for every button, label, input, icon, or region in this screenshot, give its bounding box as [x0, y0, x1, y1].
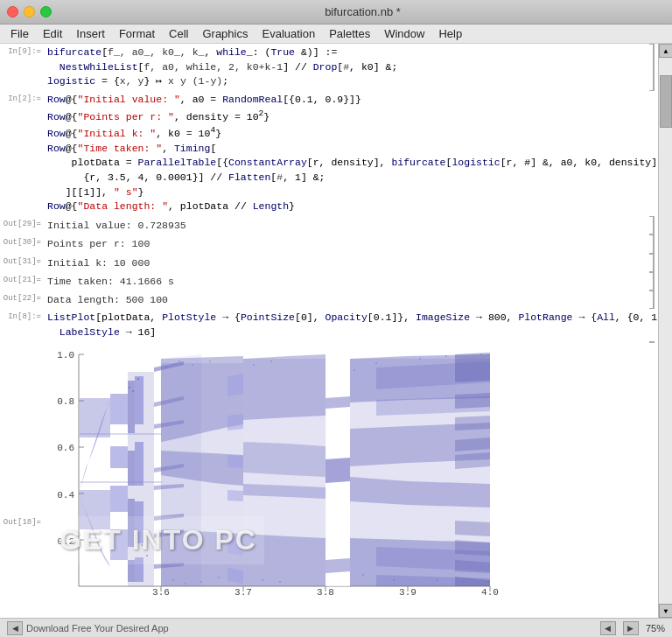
minimize-button[interactable] [24, 6, 35, 18]
title-bar: bifurcation.nb * [0, 0, 672, 24]
svg-rect-23 [80, 398, 110, 438]
svg-point-47 [141, 544, 143, 546]
status-download-text: Download Free Your Desired App [26, 623, 169, 634]
cell-bracket-out31[interactable] [644, 254, 658, 272]
out18-label: Out[18]= [4, 518, 41, 527]
scroll-track[interactable] [659, 58, 672, 604]
cell-out21: Out[21]= Time taken: 41.1666 s [0, 272, 658, 290]
cell-content-out30: Points per r: 100 [44, 234, 644, 253]
out22-label: Out[22]= [4, 294, 41, 303]
menu-graphics[interactable]: Graphics [195, 25, 255, 42]
svg-rect-36 [135, 501, 144, 543]
menu-help[interactable]: Help [431, 25, 469, 42]
in-label: In[9]:= [8, 47, 41, 56]
cell-bracket-out21[interactable] [644, 272, 658, 290]
menu-bar: File Edit Insert Format Cell Graphics Ev… [0, 24, 672, 44]
cell-label-in8: In[8]:= [0, 309, 44, 341]
cell-content-in8[interactable]: ListPlot[plotData, PlotStyle → {PointSiz… [44, 309, 658, 341]
svg-point-46 [137, 378, 139, 380]
svg-rect-43 [80, 481, 162, 483]
status-left: ◀ Download Free Your Desired App [7, 621, 600, 635]
nav-prev-button[interactable]: ◀ [600, 621, 616, 635]
plot-container: 1.0 0.8 0.6 0.4 0.2 [44, 346, 644, 617]
menu-edit[interactable]: Edit [36, 25, 69, 42]
svg-point-44 [129, 387, 130, 388]
svg-point-60 [279, 581, 281, 583]
cell-content-out29: Initial value: 0.728935 [44, 216, 644, 234]
notebook[interactable]: In[9]:= bifurcate[f_, a0_, k0_, k_, whil… [0, 44, 658, 618]
window-controls[interactable] [7, 6, 52, 18]
cell-out31: Out[31]= Initial k: 10 000 [0, 254, 658, 272]
svg-rect-26 [110, 446, 128, 468]
cell-content-in9[interactable]: bifurcate[f_, a0_, k0_, k_, while_: (Tru… [44, 44, 644, 91]
svg-point-55 [209, 360, 211, 362]
svg-point-62 [362, 574, 364, 576]
cell-label-out22: Out[22]= [0, 290, 44, 309]
out21-label: Out[21]= [4, 276, 41, 284]
svg-point-64 [393, 579, 395, 581]
cell-in8: In[8]:= ListPlot[plotData, PlotStyle → {… [0, 309, 658, 341]
cell-bracket-out29[interactable] [644, 216, 658, 234]
svg-point-56 [218, 577, 220, 578]
svg-point-61 [354, 369, 355, 371]
svg-point-57 [253, 364, 255, 366]
out31-label: Out[31]= [4, 257, 41, 266]
menu-window[interactable]: Window [377, 25, 431, 42]
cell-in2: In[2]:= Row@{"Initial value: ", a0 = Ran… [0, 91, 658, 216]
scroll-up-button[interactable]: ▲ [659, 44, 672, 58]
svg-rect-25 [110, 394, 128, 424]
menu-evaluation[interactable]: Evaluation [255, 25, 322, 42]
cell-label-out18: Out[18]= [0, 342, 44, 528]
svg-text:1.0: 1.0 [57, 350, 74, 360]
cell-label-out29: Out[29]= [0, 216, 44, 234]
out30-label: Out[30]= [4, 238, 41, 247]
zoom-level: 75% [646, 623, 665, 634]
window-title: bifurcation.nb * [60, 5, 665, 18]
nav-left-button[interactable]: ◀ [7, 621, 23, 635]
cell-in9: In[9]:= bifurcate[f_, a0_, k0_, k_, whil… [0, 44, 658, 91]
menu-cell[interactable]: Cell [162, 25, 195, 42]
main-area: In[9]:= bifurcate[f_, a0_, k0_, k_, whil… [0, 44, 672, 618]
scroll-down-button[interactable]: ▼ [659, 604, 672, 618]
svg-point-59 [270, 360, 272, 362]
menu-file[interactable]: File [4, 25, 36, 42]
cell-content-out21: Time taken: 41.1666 s [44, 272, 644, 290]
scrollbar[interactable]: ▲ ▼ [658, 44, 672, 618]
status-bar: ◀ Download Free Your Desired App ◀ ▶ 75% [0, 618, 672, 637]
menu-format[interactable]: Format [112, 25, 162, 42]
cell-out22: Out[22]= Data length: 500 100 [0, 290, 658, 309]
cell-label-out30: Out[30]= [0, 234, 44, 253]
cell-label-in9: In[9]:= [0, 44, 44, 91]
close-button[interactable] [7, 6, 18, 18]
cell-bracket-in9[interactable] [644, 44, 658, 91]
bifurcation-plot[interactable]: 1.0 0.8 0.6 0.4 0.2 [44, 346, 499, 617]
svg-rect-34 [135, 376, 144, 424]
menu-palettes[interactable]: Palettes [322, 25, 377, 42]
cell-bracket-out22[interactable] [644, 290, 658, 309]
scroll-thumb[interactable] [660, 75, 672, 128]
svg-point-65 [419, 358, 421, 360]
svg-rect-42 [80, 433, 162, 435]
cell-label-out31: Out[31]= [0, 254, 44, 272]
svg-point-66 [437, 579, 438, 581]
out29-label: Out[29]= [4, 220, 41, 228]
svg-rect-30 [128, 381, 135, 433]
svg-rect-31 [128, 451, 135, 486]
nav-next-button[interactable]: ▶ [623, 621, 639, 635]
cell-content-out18: 1.0 0.8 0.6 0.4 0.2 [44, 342, 644, 618]
svg-point-45 [132, 390, 134, 392]
menu-insert[interactable]: Insert [69, 25, 112, 42]
svg-point-58 [262, 579, 263, 581]
cell-out29: Out[29]= Initial value: 0.728935 [0, 216, 658, 234]
svg-point-50 [172, 579, 174, 581]
svg-point-69 [480, 354, 482, 355]
cell-content-in2[interactable]: Row@{"Initial value: ", a0 = RandomReal[… [44, 91, 658, 216]
cell-bracket-out30[interactable] [644, 234, 658, 253]
cell-label-in2: In[2]:= [0, 91, 44, 216]
cell-content-out22: Data length: 500 100 [44, 290, 644, 309]
svg-point-67 [445, 355, 447, 357]
svg-point-68 [463, 581, 465, 583]
svg-point-63 [375, 362, 377, 364]
maximize-button[interactable] [40, 6, 52, 18]
in2-label: In[2]:= [8, 94, 41, 103]
